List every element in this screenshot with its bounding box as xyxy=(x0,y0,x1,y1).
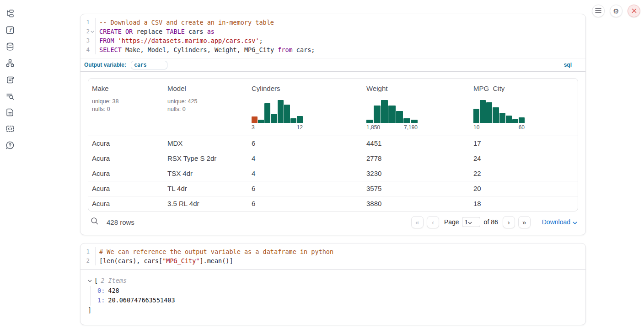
sidebar-item-scratchpad[interactable] xyxy=(0,72,20,89)
close-bracket: ] xyxy=(88,306,578,316)
hist-bar xyxy=(473,109,479,123)
hist-bar xyxy=(271,114,277,123)
sidebar-item-functions[interactable]: f xyxy=(0,23,20,39)
column-header-make[interactable]: Make unique: 38nulls: 0 xyxy=(88,79,164,136)
download-button[interactable]: Download xyxy=(542,218,577,226)
list-item: 0: 428 xyxy=(97,286,578,296)
table-cell: 3880 xyxy=(363,196,470,211)
output-variable-input[interactable] xyxy=(131,61,167,69)
help-icon xyxy=(5,141,15,152)
table-row[interactable]: AcuraTSX 4dr4323022 xyxy=(88,166,578,181)
table-footer: 428 rows « ‹ Page 1 of 86 › » Download xyxy=(88,211,578,233)
list-search-icon xyxy=(5,91,15,102)
table-body: AcuraMDX6445117AcuraRSX Type S 2dr427782… xyxy=(88,136,578,211)
table-row[interactable]: AcuraMDX6445117 xyxy=(88,136,578,151)
python-code-editor[interactable]: 1# We can reference the output variable … xyxy=(80,243,585,269)
list-output: [ 2 Items 0: 428 1: 20.060747663551403 ] xyxy=(80,270,585,322)
items-count-label: 2 Items xyxy=(101,276,127,286)
svg-text:f: f xyxy=(9,27,12,33)
pagination: « ‹ Page 1 of 86 › » Download xyxy=(411,216,577,228)
next-page-button[interactable]: › xyxy=(503,216,515,228)
table-cell: 3.5 RL 4dr xyxy=(164,196,248,211)
hist-bar xyxy=(396,111,403,123)
hist-bar xyxy=(366,120,373,123)
table-cell: 4 xyxy=(248,151,363,166)
hist-bar xyxy=(252,116,258,123)
code-line: 1-- Download a CSV and create an in-memo… xyxy=(82,18,585,27)
table-header-row: Make unique: 38nulls: 0 Model unique: 42… xyxy=(88,79,578,136)
line-number: 3 xyxy=(82,36,90,45)
table-row[interactable]: AcuraRSX Type S 2dr4277824 xyxy=(88,151,578,166)
cylinders-histogram: 312 xyxy=(252,100,303,131)
shutdown-button[interactable] xyxy=(628,5,640,17)
hist-bar xyxy=(519,117,525,123)
sidebar: f xyxy=(0,0,20,333)
page-total-label: of 86 xyxy=(484,218,498,226)
table-output: Make unique: 38nulls: 0 Model unique: 42… xyxy=(80,72,585,233)
gear-icon: ⚙ xyxy=(613,8,619,15)
hist-bar xyxy=(499,113,505,123)
fold-arrow-icon[interactable] xyxy=(90,27,95,36)
python-cell: 1# We can reference the output variable … xyxy=(80,243,586,325)
table-cell: 18 xyxy=(470,196,578,211)
table-row[interactable]: AcuraTL 4dr6357520 xyxy=(88,181,578,196)
collapse-toggle[interactable] xyxy=(88,280,94,282)
code-line: 1# We can reference the output variable … xyxy=(82,247,585,256)
hist-bar xyxy=(264,103,270,123)
hist-bar xyxy=(480,100,486,123)
hist-bar xyxy=(388,106,395,123)
sql-cell: 1-- Download a CSV and create an in-memo… xyxy=(80,14,586,235)
menu-button[interactable] xyxy=(592,5,605,17)
open-bracket: [ xyxy=(94,276,98,286)
sidebar-item-snippets[interactable] xyxy=(0,122,20,138)
table-cell: MDX xyxy=(164,136,248,151)
chevron-down-icon xyxy=(573,218,577,226)
hist-bar xyxy=(374,106,381,123)
weight-histogram: 1,8507,190 xyxy=(366,100,418,131)
column-stats: unique: 38nulls: 0 xyxy=(92,98,162,113)
last-page-button[interactable]: » xyxy=(518,216,531,228)
column-header-weight[interactable]: Weight 1,8507,190 xyxy=(363,79,470,136)
line-number: 4 xyxy=(82,45,90,54)
output-variable-label: Output variable: xyxy=(84,62,126,68)
line-number: 1 xyxy=(82,18,90,27)
hamburger-icon xyxy=(595,7,601,15)
prev-page-button[interactable]: ‹ xyxy=(427,216,439,228)
column-header-cylinders[interactable]: Cylinders 312 xyxy=(248,79,363,136)
column-stats: unique: 425nulls: 0 xyxy=(167,98,246,113)
hist-bar xyxy=(284,105,290,123)
sidebar-item-dependency-graph[interactable] xyxy=(0,56,20,72)
column-header-mpg-city[interactable]: MPG_City 1060 xyxy=(470,79,578,136)
scroll-icon xyxy=(5,75,15,86)
hist-bar xyxy=(493,107,499,123)
hist-bar xyxy=(258,120,264,123)
code-line: 2CREATE OR replace TABLE cars as xyxy=(82,27,585,36)
table-cell: 17 xyxy=(470,136,578,151)
page-number-select[interactable]: 1 xyxy=(462,217,480,227)
first-page-button[interactable]: « xyxy=(411,216,424,228)
search-icon[interactable] xyxy=(91,217,99,227)
sidebar-item-datasources[interactable] xyxy=(0,39,20,56)
sidebar-item-logs[interactable] xyxy=(0,89,20,105)
chevron-down-icon xyxy=(468,219,472,226)
hist-bar xyxy=(512,119,518,123)
sidebar-item-help[interactable] xyxy=(0,138,20,154)
settings-button[interactable]: ⚙ xyxy=(610,5,623,17)
output-variable-row: Output variable: sql xyxy=(80,58,585,72)
table-cell: TL 4dr xyxy=(164,181,248,196)
code-icon xyxy=(5,124,15,135)
notebook-toolbar: ⚙ xyxy=(592,5,640,17)
table-row[interactable]: Acura3.5 RL 4dr6388018 xyxy=(88,196,578,211)
line-number: 1 xyxy=(82,247,90,256)
mpg-city-histogram: 1060 xyxy=(473,100,525,131)
code-line: 4SELECT Make, Model, Cylinders, Weight, … xyxy=(82,45,585,54)
table-cell: TSX 4dr xyxy=(164,166,248,181)
sidebar-item-file-tree[interactable] xyxy=(0,6,20,23)
table-cell: Acura xyxy=(88,136,164,151)
column-header-model[interactable]: Model unique: 425nulls: 0 xyxy=(164,79,248,136)
sql-code-editor[interactable]: 1-- Download a CSV and create an in-memo… xyxy=(80,14,585,58)
table-cell: 6 xyxy=(248,181,363,196)
line-number: 2 xyxy=(82,256,90,265)
table-cell: 4 xyxy=(248,166,363,181)
sidebar-item-documentation[interactable] xyxy=(0,105,20,122)
